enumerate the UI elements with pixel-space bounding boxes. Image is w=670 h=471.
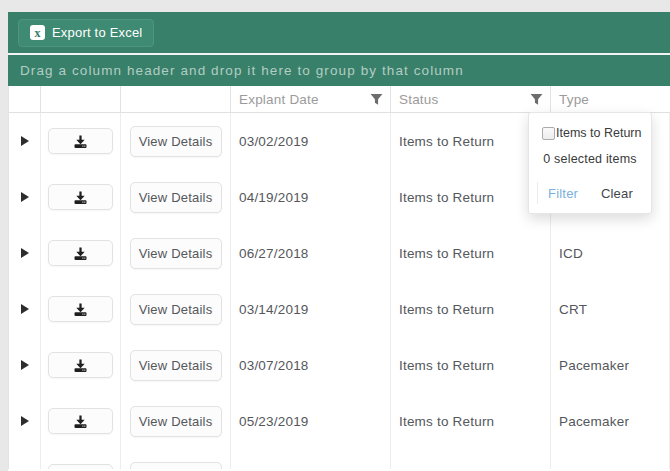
caret-right-icon[interactable] [21, 416, 29, 426]
filter-popup-actions: Filter Clear [537, 182, 643, 204]
download-button[interactable] [48, 464, 113, 469]
type-cell: Pacemaker [551, 393, 670, 449]
download-button[interactable] [48, 184, 113, 210]
type-header-label: Type [559, 92, 589, 107]
status-cell: Items to Return [391, 169, 551, 225]
explant-date-funnel-icon[interactable] [369, 92, 383, 106]
explant-date-cell: 06/27/2018 [231, 225, 391, 281]
download-icon [73, 302, 88, 317]
table-row: View Details [9, 449, 670, 469]
status-header-label: Status [399, 92, 438, 107]
view-details-button[interactable]: View Details [130, 406, 222, 437]
filter-menu-popup: Items to Return 0 selected items Filter … [528, 112, 652, 214]
download-icon [73, 134, 88, 149]
group-drop-zone[interactable]: Drag a column header and drop it here to… [8, 55, 670, 86]
filter-option-row: Items to Return [542, 126, 651, 140]
table-row: View Details 03/14/2019 Items to Return … [9, 281, 670, 337]
download-button[interactable] [48, 296, 113, 322]
explant-date-header-label: Explant Date [239, 92, 319, 107]
clear-button[interactable]: Clear [601, 186, 633, 201]
view-details-label: View Details [139, 134, 213, 149]
download-icon [73, 414, 88, 429]
grid-toolbar: x Export to Excel [8, 12, 670, 55]
export-to-excel-button[interactable]: x Export to Excel [18, 19, 154, 47]
type-cell: Pacemaker [551, 337, 670, 393]
view-details-label: View Details [139, 302, 213, 317]
view-details-label: View Details [139, 246, 213, 261]
caret-right-icon[interactable] [21, 192, 29, 202]
download-icon [73, 358, 88, 373]
caret-right-icon[interactable] [21, 136, 29, 146]
view-details-button[interactable]: View Details [130, 462, 222, 470]
download-icon [73, 246, 88, 261]
view-details-button[interactable]: View Details [130, 350, 222, 381]
table-row: View Details 03/07/2018 Items to Return … [9, 337, 670, 393]
caret-right-icon[interactable] [21, 248, 29, 258]
grid-header-row: Explant Date Status Type [8, 86, 670, 113]
status-cell: Items to Return [391, 281, 551, 337]
header-cell-status[interactable]: Status [391, 86, 551, 112]
header-cell-download [41, 86, 121, 112]
status-cell [391, 449, 551, 469]
explant-date-cell: 05/23/2019 [231, 393, 391, 449]
download-button[interactable] [48, 408, 113, 434]
view-details-button[interactable]: View Details [130, 126, 222, 157]
explant-date-cell [231, 449, 391, 469]
header-cell-type[interactable]: Type [551, 86, 670, 112]
status-cell: Items to Return [391, 225, 551, 281]
status-cell: Items to Return [391, 113, 551, 169]
filter-button[interactable]: Filter [548, 186, 578, 201]
selected-items-summary: 0 selected items [529, 152, 651, 166]
items-to-return-checkbox-label: Items to Return [556, 126, 641, 140]
type-cell: ICD [551, 225, 670, 281]
download-icon [73, 190, 88, 205]
explant-date-cell: 03/07/2018 [231, 337, 391, 393]
view-details-label: View Details [139, 414, 213, 429]
status-cell: Items to Return [391, 393, 551, 449]
export-button-label: Export to Excel [52, 25, 142, 40]
view-details-button[interactable]: View Details [130, 182, 222, 213]
view-details-button[interactable]: View Details [130, 238, 222, 269]
header-cell-expander [9, 86, 41, 112]
download-button[interactable] [48, 352, 113, 378]
view-details-label: View Details [139, 190, 213, 205]
status-cell: Items to Return [391, 337, 551, 393]
type-cell [551, 449, 670, 469]
table-row: View Details 06/27/2018 Items to Return … [9, 225, 670, 281]
group-drop-hint: Drag a column header and drop it here to… [20, 63, 464, 78]
download-button[interactable] [48, 128, 113, 154]
explant-date-cell: 03/02/2019 [231, 113, 391, 169]
excel-file-icon: x [30, 25, 45, 40]
type-cell: CRT [551, 281, 670, 337]
explant-date-cell: 03/14/2019 [231, 281, 391, 337]
caret-right-icon[interactable] [21, 360, 29, 370]
items-to-return-checkbox[interactable] [542, 127, 555, 140]
status-funnel-icon[interactable] [529, 92, 543, 106]
data-grid: x Export to Excel Drag a column header a… [8, 12, 670, 471]
view-details-label: View Details [139, 358, 213, 373]
table-row: View Details 05/23/2019 Items to Return … [9, 393, 670, 449]
download-button[interactable] [48, 240, 113, 266]
header-cell-actions [121, 86, 231, 112]
explant-date-cell: 04/19/2019 [231, 169, 391, 225]
caret-right-icon[interactable] [21, 304, 29, 314]
view-details-button[interactable]: View Details [130, 294, 222, 325]
header-cell-explant-date[interactable]: Explant Date [231, 86, 391, 112]
